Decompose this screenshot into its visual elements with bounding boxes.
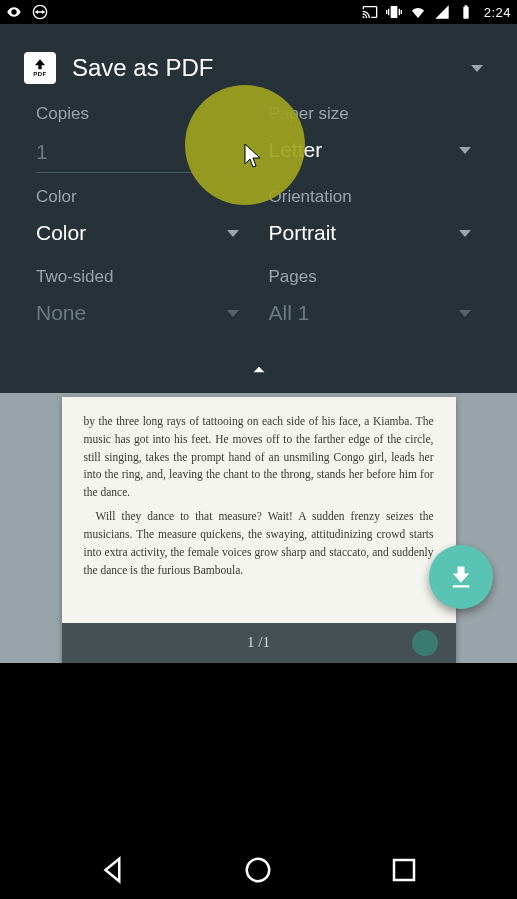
print-options-panel: PDF Save as PDF Copies Paper size Letter… <box>0 24 517 393</box>
divider <box>0 830 517 844</box>
svg-point-1 <box>247 858 270 881</box>
battery-icon <box>458 4 474 20</box>
color-value: Color <box>36 221 86 245</box>
preview-page[interactable]: by the three long rays of tattooing on e… <box>62 397 456 663</box>
print-preview-area: by the three long rays of tattooing on e… <box>0 393 517 663</box>
status-bar: 2:24 <box>0 0 517 24</box>
recents-button[interactable] <box>389 855 419 889</box>
eye-icon <box>6 4 22 20</box>
signal-icon <box>434 4 450 20</box>
two-sided-label: Two-sided <box>36 267 249 287</box>
clock-text: 2:24 <box>482 5 511 20</box>
chevron-down-icon <box>471 65 483 72</box>
pdf-badge-icon: PDF <box>24 52 56 84</box>
back-button[interactable] <box>98 855 128 889</box>
collapse-handle[interactable] <box>0 343 517 393</box>
teamviewer-icon <box>32 4 48 20</box>
pages-label: Pages <box>269 267 482 287</box>
two-sided-field: Two-sided None <box>36 267 249 333</box>
cursor-icon <box>244 143 262 173</box>
svg-rect-2 <box>394 860 414 880</box>
home-button[interactable] <box>243 855 273 889</box>
orientation-value: Portrait <box>269 221 337 245</box>
chevron-down-icon <box>227 230 239 237</box>
preview-text: Will they dance to that measure? Wait! A… <box>84 508 434 579</box>
pages-value: All 1 <box>269 301 310 325</box>
wifi-icon <box>410 4 426 20</box>
chevron-down-icon <box>227 310 239 317</box>
android-nav-bar <box>0 844 517 899</box>
chevron-down-icon <box>459 230 471 237</box>
destination-label: Save as PDF <box>72 54 471 82</box>
orientation-label: Orientation <box>269 187 482 207</box>
preview-text: by the three long rays of tattooing on e… <box>84 413 434 502</box>
orientation-field[interactable]: Orientation Portrait <box>269 187 482 253</box>
chevron-down-icon <box>459 147 471 154</box>
page-selected-indicator[interactable] <box>412 630 438 656</box>
pages-field: Pages All 1 <box>269 267 482 333</box>
page-footer: 1 /1 <box>62 623 456 663</box>
cast-icon <box>362 4 378 20</box>
page-indicator: 1 /1 <box>247 631 270 654</box>
chevron-down-icon <box>459 310 471 317</box>
two-sided-value: None <box>36 301 86 325</box>
vibrate-icon <box>386 4 402 20</box>
save-pdf-fab[interactable] <box>429 545 493 609</box>
